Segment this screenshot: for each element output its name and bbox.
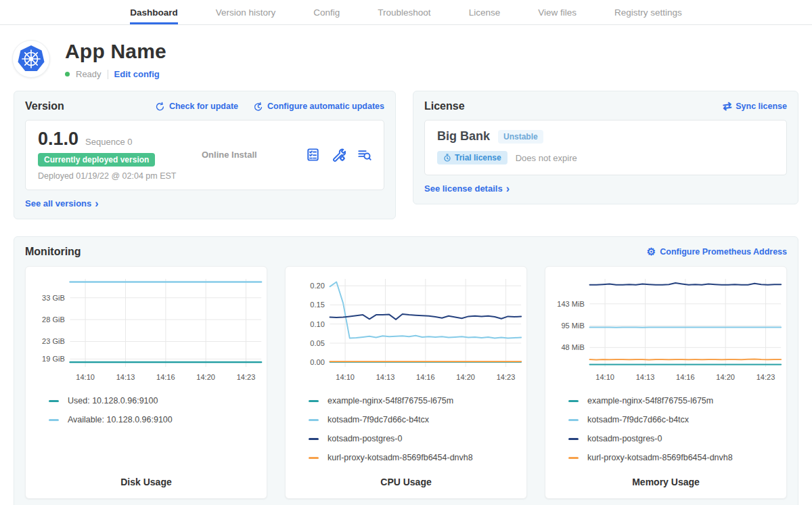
see-license-details-label: See license details [424,183,503,194]
legend-label: kurl-proxy-kotsadm-8569fb6454-dnvh8 [328,453,473,462]
cpu-usage-plot[interactable]: 14:1014:1314:1614:2014:230.200.150.100.0… [288,275,524,385]
stopwatch-icon [443,154,451,162]
kubernetes-logo [12,40,50,78]
chevron-right-icon: › [506,185,510,192]
legend-color-dash [568,400,579,402]
legend-item: kurl-proxy-kotsadm-8569fb6454-dnvh8 [568,448,784,467]
svg-text:14:23: 14:23 [497,373,516,381]
memory-usage-plot[interactable]: 14:1014:1314:1614:2014:23143 MiB95 MiB48… [548,275,784,385]
legend-label: Used: 10.128.0.96:9100 [68,396,158,405]
tab-view-files[interactable]: View files [538,0,577,24]
memory-usage-title: Memory Usage [548,477,784,487]
tab-dashboard[interactable]: Dashboard [130,0,178,24]
legend-color-dash [568,438,579,440]
legend-label: Available: 10.128.0.96:9100 [68,415,173,424]
legend-label: kurl-proxy-kotsadm-8569fb6454-dnvh8 [587,453,733,462]
top-navigation: DashboardVersion historyConfigTroublesho… [0,0,812,25]
legend-item: kotsadm-postgres-0 [309,429,524,448]
svg-text:14:16: 14:16 [416,373,435,381]
deploy-logs-icon[interactable] [357,148,371,162]
tab-troubleshoot[interactable]: Troubleshoot [378,0,430,24]
svg-text:48 MiB: 48 MiB [561,343,584,351]
tab-config[interactable]: Config [313,0,340,24]
svg-text:0.10: 0.10 [310,320,325,328]
current-version-card: 0.1.0 Sequence 0 Currently deployed vers… [25,120,384,190]
license-customer-name: Big Bank [437,129,490,144]
config-wrench-icon[interactable] [332,148,346,162]
legend-label: kotsadm-7f9dc7d66c-b4tcx [587,415,689,424]
trial-license-label: Trial license [455,153,501,162]
legend-color-dash [309,457,319,459]
svg-text:14:20: 14:20 [196,373,215,381]
svg-text:14:20: 14:20 [716,373,735,381]
refresh-icon [155,102,165,112]
summary-cards-row: Version Check for update Configure au [14,91,798,219]
svg-text:14:10: 14:10 [76,373,95,381]
edit-config-link[interactable]: Edit config [114,69,160,79]
license-expiry: Does not expire [516,153,577,163]
see-license-details-link[interactable]: See license details › [424,183,510,194]
svg-text:95 MiB: 95 MiB [561,322,584,330]
deployed-timestamp: Deployed 01/19/22 @ 02:04 pm EST [38,171,202,181]
sync-license-link[interactable]: ⇄ Sync license [723,102,787,111]
legend-color-dash [568,419,579,421]
monitoring-panel: Monitoring ⚙ Configure Prometheus Addres… [14,236,798,505]
svg-text:14:23: 14:23 [757,373,775,381]
status-dot-icon [65,72,70,76]
svg-text:19 GiB: 19 GiB [42,355,65,363]
svg-text:14:13: 14:13 [116,373,135,381]
legend-item: Available: 10.128.0.96:9100 [49,410,264,429]
svg-text:33 GiB: 33 GiB [42,294,65,302]
legend-color-dash [568,457,579,459]
version-panel: Version Check for update Configure au [14,91,396,219]
memory-usage-chart-card: 14:1014:1314:1614:2014:23143 MiB95 MiB48… [545,266,787,499]
cpu-usage-title: CPU Usage [288,477,524,487]
version-sequence: Sequence 0 [85,137,132,147]
monitoring-title: Monitoring [25,246,81,258]
svg-text:143 MiB: 143 MiB [557,300,585,308]
schedule-update-icon [253,102,263,112]
channel-badge: Unstable [498,130,543,144]
legend-color-dash [49,400,59,402]
sync-license-label: Sync license [736,102,787,111]
legend-color-dash [309,438,319,440]
disk-usage-plot[interactable]: 14:1014:1314:1614:2014:2333 GiB28 GiB23 … [28,275,264,385]
app-header: App Name Ready Edit config [0,25,812,79]
tab-license[interactable]: License [469,0,501,24]
legend-label: example-nginx-54f8f76755-l675m [587,396,713,405]
configure-automatic-updates-label: Configure automatic updates [267,102,384,111]
charts-row: 14:1014:1314:1614:2014:2333 GiB28 GiB23 … [25,266,787,499]
license-panel: License ⇄ Sync license Big Bank Unstable… [413,91,798,204]
legend-item: kotsadm-7f9dc7d66c-b4tcx [309,410,524,429]
legend-color-dash [309,419,319,421]
svg-text:14:10: 14:10 [336,373,355,381]
svg-text:0.20: 0.20 [310,282,325,290]
see-all-versions-label: See all versions [25,198,91,208]
cpu-usage-chart-card: 14:1014:1314:1614:2014:230.200.150.100.0… [285,266,527,499]
deployed-badge: Currently deployed version [38,153,155,167]
configure-prometheus-link[interactable]: ⚙ Configure Prometheus Address [647,247,787,257]
svg-text:0.00: 0.00 [310,358,325,366]
legend-item: kurl-proxy-kotsadm-8569fb6454-dnvh8 [309,448,524,467]
gear-icon: ⚙ [647,247,656,257]
svg-text:14:10: 14:10 [595,373,614,381]
legend-label: example-nginx-54f8f76755-l675m [328,396,453,405]
see-all-versions-link[interactable]: See all versions › [25,198,99,208]
tab-version-history[interactable]: Version history [216,0,276,24]
sync-icon: ⇄ [722,102,732,111]
configure-automatic-updates-link[interactable]: Configure automatic updates [253,102,384,112]
legend-item: example-nginx-54f8f76755-l675m [568,391,784,410]
license-panel-title: License [424,100,465,112]
legend-label: kotsadm-postgres-0 [328,434,402,443]
version-panel-title: Version [25,100,64,112]
version-number: 0.1.0 [38,129,78,150]
svg-text:0.15: 0.15 [310,301,325,309]
preflight-checks-icon[interactable] [306,148,320,162]
install-type: Online Install [202,150,306,160]
app-status: Ready [76,69,102,79]
tab-registry-settings[interactable]: Registry settings [614,0,682,24]
configure-prometheus-label: Configure Prometheus Address [660,247,787,257]
legend-item: Used: 10.128.0.96:9100 [49,391,264,410]
check-for-update-link[interactable]: Check for update [155,102,238,112]
legend-color-dash [309,400,319,402]
